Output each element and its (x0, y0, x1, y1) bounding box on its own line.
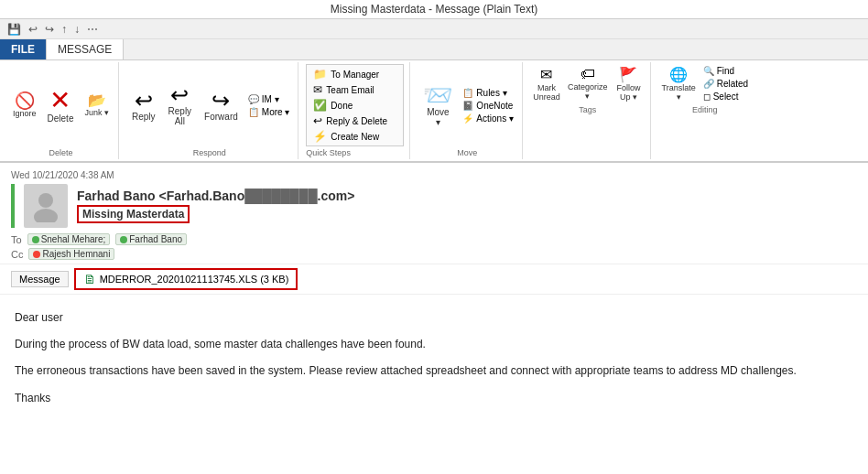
more-respond-label: More ▾ (262, 107, 290, 117)
junk-label: Junk ▾ (84, 108, 109, 117)
sender-info: Farhad Bano <Farhad.Bano████████.com> Mi… (77, 189, 857, 223)
delete-button[interactable]: ✕ Delete (42, 86, 80, 125)
quick-step-to-manager[interactable]: 📁 To Manager (310, 67, 399, 81)
onenote-button[interactable]: 📓 OneNote (460, 100, 516, 112)
translate-icon: 🌐 (669, 66, 688, 83)
more-respond-icon: 📋 (248, 107, 259, 117)
ignore-icon: 🚫 (15, 92, 35, 109)
rajesh-name: Rajesh Hemnani (42, 249, 110, 259)
reply-label: Reply (132, 112, 156, 122)
tab-file[interactable]: FILE (0, 39, 46, 59)
ribbon-group-delete: 🚫 Ignore ✕ Delete 📂 Junk ▾ Delete (4, 62, 119, 159)
forward-icon: ↪ (212, 90, 230, 112)
follow-up-button[interactable]: 🚩 FollowUp ▾ (612, 64, 645, 103)
reply-all-button[interactable]: ↩ ReplyAll (163, 82, 198, 128)
related-label: Related (717, 79, 748, 89)
delete-label: Delete (48, 113, 74, 124)
quick-step-reply-delete[interactable]: ↩ Reply & Delete (310, 113, 399, 128)
email-subject: Missing Masterdata (77, 205, 190, 223)
im-icon: 💬 (248, 94, 259, 104)
move-button[interactable]: 📨 Move▾ (418, 81, 458, 129)
cc-row: Cc Rajesh Hemnani (11, 248, 857, 260)
reply-delete-icon: ↩ (313, 114, 322, 127)
reply-icon: ↩ (135, 90, 153, 112)
move-group-label: Move (457, 148, 477, 157)
more-btn[interactable]: ⋯ (85, 23, 100, 36)
ribbon-group-editing: 🌐 Translate▾ 🔍 Find 🔗 Related ◻ Select E… (653, 62, 756, 159)
svg-point-0 (38, 193, 53, 208)
editing-group-label: Editing (692, 105, 718, 114)
editing-small-buttons: 🔍 Find 🔗 Related ◻ Select (700, 64, 751, 103)
to-manager-label: To Manager (331, 70, 379, 80)
im-button[interactable]: 💬 IM ▾ (245, 93, 293, 105)
quick-step-team-email[interactable]: ✉ Team Email (310, 82, 399, 97)
move-icon: 📨 (423, 83, 452, 107)
move-up-btn[interactable]: ↑ (60, 23, 69, 36)
move-down-btn[interactable]: ↓ (72, 23, 81, 36)
related-button[interactable]: 🔗 Related (700, 78, 751, 90)
body-line-1: Dear user (15, 309, 853, 327)
snehal-dot (32, 236, 39, 243)
ribbon-group-tags: ✉ MarkUnread 🏷 Categorize▾ 🚩 FollowUp ▾ … (525, 62, 652, 159)
done-label: Done (331, 101, 353, 111)
respond-buttons: ↩ Reply ↩ ReplyAll ↪ Forward 💬 IM ▾ 📋 Mo… (126, 64, 292, 146)
body-line-4: Thanks (15, 390, 853, 407)
recipient-farhad: Farhad Bano (115, 233, 187, 245)
rules-label: Rules ▾ (476, 88, 506, 98)
mark-unread-button[interactable]: ✉ MarkUnread (530, 64, 563, 103)
follow-up-label: FollowUp ▾ (616, 83, 640, 102)
actions-icon: ⚡ (462, 113, 473, 124)
title-text: Missing Masterdata - Message (Plain Text… (331, 3, 538, 16)
reply-all-icon: ↩ (170, 84, 189, 106)
delete-group-label: Delete (49, 148, 72, 157)
save-btn[interactable]: 💾 (5, 23, 23, 36)
sender-name: Farhad Bano <Farhad.Bano████████.com> (77, 189, 857, 203)
farhad-dot (120, 236, 127, 243)
reply-button[interactable]: ↩ Reply (126, 88, 161, 124)
actions-button[interactable]: ⚡ Actions ▾ (460, 113, 516, 124)
select-icon: ◻ (703, 92, 711, 102)
ribbon-group-respond: ↩ Reply ↩ ReplyAll ↪ Forward 💬 IM ▾ 📋 Mo… (121, 62, 298, 159)
delete-icon: ✕ (49, 88, 71, 113)
rules-icon: 📋 (462, 88, 473, 98)
quick-access-toolbar: 💾 ↩ ↪ ↑ ↓ ⋯ (0, 19, 868, 39)
farhad-name: Farhad Bano (129, 234, 182, 244)
forward-button[interactable]: ↪ Forward (199, 88, 244, 124)
done-icon: ✅ (313, 99, 327, 112)
create-new-icon: ⚡ (313, 130, 327, 143)
tab-message[interactable]: MESSAGE (46, 39, 124, 59)
snehal-name: Snehal Mehare; (41, 234, 106, 244)
ribbon: 🚫 Ignore ✕ Delete 📂 Junk ▾ Delete ↩ Repl… (0, 60, 868, 163)
attachment-file[interactable]: 🗎 MDERROR_20201021113745.XLS (3 KB) (74, 268, 298, 290)
team-email-label: Team Email (326, 85, 374, 95)
tab-bar: FILE MESSAGE (0, 39, 868, 60)
ignore-button[interactable]: 🚫 Ignore (9, 91, 40, 120)
cc-label: Cc (11, 249, 23, 260)
follow-up-icon: 🚩 (619, 66, 637, 83)
tags-group-label: Tags (579, 105, 596, 114)
im-label: IM ▾ (262, 94, 279, 104)
rajesh-dot (33, 251, 40, 258)
categorize-button[interactable]: 🏷 Categorize▾ (565, 64, 611, 103)
editing-buttons: 🌐 Translate▾ 🔍 Find 🔗 Related ◻ Select (658, 64, 751, 103)
find-button[interactable]: 🔍 Find (700, 65, 751, 77)
email-date: Wed 10/21/2020 4:38 AM (11, 170, 857, 180)
undo-btn[interactable]: ↩ (27, 23, 39, 36)
quick-step-done[interactable]: ✅ Done (310, 98, 399, 113)
title-bar: Missing Masterdata - Message (Plain Text… (0, 0, 868, 19)
translate-button[interactable]: 🌐 Translate▾ (658, 64, 698, 103)
message-tab[interactable]: Message (11, 271, 69, 287)
sender-row: Farhad Bano <Farhad.Bano████████.com> Mi… (11, 184, 857, 228)
quick-step-create-new[interactable]: ⚡ Create New (310, 129, 399, 144)
select-button[interactable]: ◻ Select (700, 91, 751, 102)
move-label: Move▾ (427, 107, 449, 127)
more-respond-button[interactable]: 📋 More ▾ (245, 106, 293, 118)
email-body: Dear user During the process of BW data … (0, 295, 868, 431)
categorize-icon: 🏷 (580, 66, 595, 82)
related-icon: 🔗 (703, 79, 714, 89)
actions-label: Actions ▾ (476, 113, 514, 124)
to-row: To Snehal Mehare; Farhad Bano (11, 233, 857, 245)
rules-button[interactable]: 📋 Rules ▾ (460, 87, 516, 99)
redo-btn[interactable]: ↪ (43, 23, 56, 36)
junk-button[interactable]: 📂 Junk ▾ (81, 92, 113, 119)
